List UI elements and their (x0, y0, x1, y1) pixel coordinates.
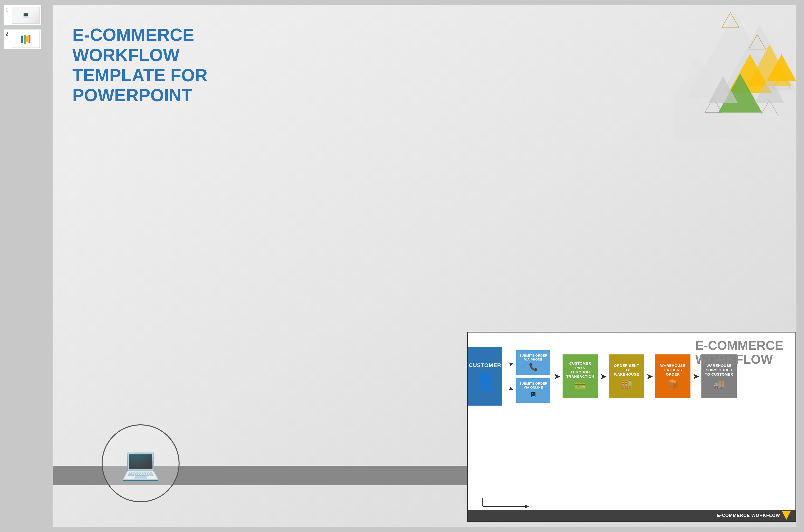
slide-thumb-1[interactable]: 1 💻 (4, 5, 41, 25)
customer-section: CUSTOMER 👤 (468, 347, 502, 405)
main-content-area: E-COMMERCE WORKFLOW TEMPLATE FOR POWERPO… (45, 0, 804, 532)
diagonal-arrows: ➤ ➤ (508, 360, 514, 393)
footer-accent (782, 511, 791, 520)
pays-label: CUSTOMER PAYS THROUGH TRANSACTION (565, 361, 595, 379)
thumb2-bg (12, 31, 39, 48)
truck-icon: 🚚 (713, 379, 725, 389)
thumb-preview-2 (12, 31, 40, 48)
thumb-preview-1: 💻 (12, 6, 40, 24)
return-arrow-svg (480, 495, 529, 508)
footer-text: E-COMMERCE WORKFLOW (717, 513, 780, 518)
arrow-up: ➤ (507, 359, 515, 368)
laptop-thumb-icon: 💻 (22, 12, 29, 18)
gathers-box: WAREHOUSE GATHERS ORDER 📦 (655, 355, 690, 398)
slide-number-1: 1 (5, 6, 10, 13)
order-sent-box: ORDER SENT TO WAREHOUSE 🏭 (609, 355, 644, 398)
phone-icon: 📞 (529, 362, 538, 371)
customer-label: CUSTOMER (469, 362, 501, 368)
arrow-3: ➤ (646, 372, 653, 381)
submit-phone-box: SUBMITS ORDER VIA PHONE 📞 (516, 350, 550, 375)
slide-thumb-2[interactable]: 2 (4, 29, 41, 50)
svg-marker-16 (525, 505, 529, 508)
workflow-title-area: E-COMMERCE WORKFLOW (695, 339, 783, 366)
arrow-2: ➤ (600, 372, 607, 381)
submit-options: SUBMITS ORDER VIA PHONE 📞 SUBMITS ORDER … (516, 350, 550, 403)
triangle-decoration (674, 5, 796, 139)
main-slide: E-COMMERCE WORKFLOW TEMPLATE FOR POWERPO… (52, 5, 797, 527)
workflow-title-line2: WORKFLOW (695, 353, 783, 366)
box-icon: 📦 (667, 379, 678, 389)
submit-online-box: SUBMITS ORDER VIA ONLINE 🖥 (516, 378, 550, 403)
submit-online-label: SUBMITS ORDER VIA ONLINE (518, 382, 548, 389)
globe-icon: 🖥 (530, 391, 537, 399)
laptop-icon: 💻 (121, 448, 160, 479)
card-icon: 💳 (575, 381, 586, 392)
thumb2-bar4 (29, 35, 31, 43)
arrow-1: ➤ (554, 372, 561, 381)
customer-box: CUSTOMER 👤 (468, 347, 502, 405)
title-line1: E-COMMERCE WORKFLOW (72, 25, 243, 65)
return-arrow-area (480, 495, 529, 508)
pays-box: CUSTOMER PAYS THROUGH TRANSACTION 💳 (563, 355, 598, 398)
arrow-4: ➤ (692, 372, 699, 381)
laptop-circle: 💻 (101, 424, 180, 502)
thumb2-bar1 (21, 36, 23, 43)
thumb2-bar3 (26, 36, 28, 42)
workflow-diagram: E-COMMERCE WORKFLOW CUSTOMER 👤 ➤ ➤ (467, 332, 796, 522)
workflow-footer: E-COMMERCE WORKFLOW (468, 510, 796, 521)
arrow-down: ➤ (507, 384, 515, 394)
slide-number-2: 2 (5, 31, 10, 37)
submit-phone-label: SUBMITS ORDER VIA PHONE (518, 354, 548, 361)
order-sent-label: ORDER SENT TO WAREHOUSE (612, 363, 641, 377)
thumb2-bar2 (24, 35, 25, 44)
person-icon: 👤 (475, 372, 495, 391)
building-icon: 🏭 (621, 379, 632, 389)
slide-title: E-COMMERCE WORKFLOW TEMPLATE FOR POWERPO… (72, 25, 243, 106)
title-line2: TEMPLATE FOR POWERPOINT (72, 65, 243, 106)
slide-panel: 1 💻 2 (0, 0, 45, 532)
gathers-label: WAREHOUSE GATHERS ORDER (658, 363, 688, 377)
thumb1-bg: 💻 (12, 7, 39, 23)
workflow-title-line1: E-COMMERCE (695, 339, 783, 353)
